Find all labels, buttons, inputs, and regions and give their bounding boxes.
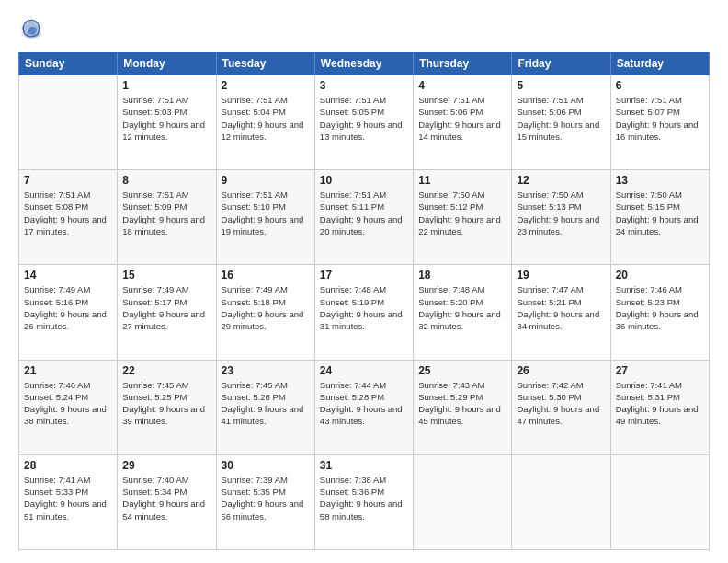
weekday-header-friday: Friday: [512, 52, 610, 75]
day-info: Sunrise: 7:47 AMSunset: 5:21 PMDaylight:…: [517, 283, 605, 332]
day-cell-11: 11Sunrise: 7:50 AMSunset: 5:12 PMDayligh…: [414, 170, 512, 265]
day-cell-7: 7Sunrise: 7:51 AMSunset: 5:08 PMDaylight…: [19, 170, 118, 265]
day-cell-13: 13Sunrise: 7:50 AMSunset: 5:15 PMDayligh…: [610, 170, 709, 265]
day-number: 21: [24, 364, 112, 377]
day-cell-6: 6Sunrise: 7:51 AMSunset: 5:07 PMDaylight…: [610, 75, 709, 170]
day-info: Sunrise: 7:50 AMSunset: 5:12 PMDaylight:…: [418, 189, 506, 237]
day-number: 22: [122, 364, 210, 377]
day-info: Sunrise: 7:50 AMSunset: 5:15 PMDaylight:…: [616, 189, 704, 237]
day-info: Sunrise: 7:41 AMSunset: 5:31 PMDaylight:…: [616, 379, 704, 428]
day-info: Sunrise: 7:38 AMSunset: 5:36 PMDaylight:…: [320, 474, 408, 523]
day-number: 11: [418, 174, 506, 187]
day-cell-16: 16Sunrise: 7:49 AMSunset: 5:18 PMDayligh…: [216, 265, 314, 360]
day-number: 7: [24, 174, 112, 187]
day-number: 23: [222, 364, 310, 377]
weekday-header-sunday: Sunday: [19, 52, 118, 75]
day-cell-22: 22Sunrise: 7:45 AMSunset: 5:25 PMDayligh…: [118, 360, 216, 454]
empty-cell: [414, 454, 512, 549]
day-number: 2: [222, 79, 310, 92]
week-row-1: 7Sunrise: 7:51 AMSunset: 5:08 PMDaylight…: [19, 170, 710, 265]
empty-cell: [512, 454, 610, 549]
day-info: Sunrise: 7:51 AMSunset: 5:10 PMDaylight:…: [222, 189, 310, 237]
day-cell-26: 26Sunrise: 7:42 AMSunset: 5:30 PMDayligh…: [512, 360, 610, 454]
day-cell-9: 9Sunrise: 7:51 AMSunset: 5:10 PMDaylight…: [216, 170, 314, 265]
day-cell-25: 25Sunrise: 7:43 AMSunset: 5:29 PMDayligh…: [414, 360, 512, 454]
empty-cell: [19, 75, 118, 170]
day-cell-10: 10Sunrise: 7:51 AMSunset: 5:11 PMDayligh…: [314, 170, 413, 265]
day-info: Sunrise: 7:48 AMSunset: 5:19 PMDaylight:…: [320, 283, 408, 332]
day-cell-29: 29Sunrise: 7:40 AMSunset: 5:34 PMDayligh…: [118, 454, 216, 549]
header: [18, 17, 710, 42]
day-cell-15: 15Sunrise: 7:49 AMSunset: 5:17 PMDayligh…: [118, 265, 216, 360]
day-info: Sunrise: 7:49 AMSunset: 5:16 PMDaylight:…: [24, 283, 112, 332]
day-number: 28: [24, 459, 112, 472]
day-info: Sunrise: 7:44 AMSunset: 5:28 PMDaylight:…: [320, 379, 408, 428]
day-number: 17: [320, 269, 408, 282]
day-cell-20: 20Sunrise: 7:46 AMSunset: 5:23 PMDayligh…: [610, 265, 709, 360]
week-row-3: 21Sunrise: 7:46 AMSunset: 5:24 PMDayligh…: [19, 360, 710, 454]
day-cell-2: 2Sunrise: 7:51 AMSunset: 5:04 PMDaylight…: [216, 75, 314, 170]
day-number: 8: [122, 174, 210, 187]
day-number: 14: [24, 269, 112, 282]
day-info: Sunrise: 7:51 AMSunset: 5:11 PMDaylight:…: [320, 189, 408, 237]
day-cell-1: 1Sunrise: 7:51 AMSunset: 5:03 PMDaylight…: [118, 75, 216, 170]
day-number: 12: [517, 174, 605, 187]
day-number: 27: [616, 364, 704, 377]
day-info: Sunrise: 7:45 AMSunset: 5:26 PMDaylight:…: [222, 379, 310, 428]
day-number: 16: [222, 269, 310, 282]
day-info: Sunrise: 7:41 AMSunset: 5:33 PMDaylight:…: [24, 474, 112, 523]
empty-cell: [610, 454, 709, 549]
day-number: 9: [222, 174, 310, 187]
day-info: Sunrise: 7:50 AMSunset: 5:13 PMDaylight:…: [517, 189, 605, 237]
day-number: 20: [616, 269, 704, 282]
day-info: Sunrise: 7:51 AMSunset: 5:04 PMDaylight:…: [222, 94, 310, 143]
day-number: 30: [222, 459, 310, 472]
day-number: 1: [122, 79, 210, 92]
day-info: Sunrise: 7:48 AMSunset: 5:20 PMDaylight:…: [418, 283, 506, 332]
day-info: Sunrise: 7:51 AMSunset: 5:03 PMDaylight:…: [122, 94, 210, 143]
day-cell-5: 5Sunrise: 7:51 AMSunset: 5:06 PMDaylight…: [512, 75, 610, 170]
day-info: Sunrise: 7:51 AMSunset: 5:09 PMDaylight:…: [122, 189, 210, 237]
day-info: Sunrise: 7:51 AMSunset: 5:07 PMDaylight:…: [616, 94, 704, 143]
day-number: 15: [122, 269, 210, 282]
day-number: 13: [616, 174, 704, 187]
day-number: 10: [320, 174, 408, 187]
day-number: 18: [418, 269, 506, 282]
day-info: Sunrise: 7:39 AMSunset: 5:35 PMDaylight:…: [222, 474, 310, 523]
day-cell-27: 27Sunrise: 7:41 AMSunset: 5:31 PMDayligh…: [610, 360, 709, 454]
week-row-4: 28Sunrise: 7:41 AMSunset: 5:33 PMDayligh…: [19, 454, 710, 549]
day-number: 4: [418, 79, 506, 92]
day-number: 5: [517, 79, 605, 92]
day-info: Sunrise: 7:45 AMSunset: 5:25 PMDaylight:…: [122, 379, 210, 428]
day-info: Sunrise: 7:43 AMSunset: 5:29 PMDaylight:…: [418, 379, 506, 428]
day-info: Sunrise: 7:51 AMSunset: 5:08 PMDaylight:…: [24, 189, 112, 237]
day-cell-4: 4Sunrise: 7:51 AMSunset: 5:06 PMDaylight…: [414, 75, 512, 170]
day-number: 3: [320, 79, 408, 92]
day-cell-31: 31Sunrise: 7:38 AMSunset: 5:36 PMDayligh…: [314, 454, 413, 549]
day-cell-19: 19Sunrise: 7:47 AMSunset: 5:21 PMDayligh…: [512, 265, 610, 360]
week-row-0: 1Sunrise: 7:51 AMSunset: 5:03 PMDaylight…: [19, 75, 710, 170]
day-number: 24: [320, 364, 408, 377]
calendar-table: SundayMondayTuesdayWednesdayThursdayFrid…: [18, 52, 710, 550]
weekday-header-tuesday: Tuesday: [216, 52, 314, 75]
day-cell-12: 12Sunrise: 7:50 AMSunset: 5:13 PMDayligh…: [512, 170, 610, 265]
day-cell-21: 21Sunrise: 7:46 AMSunset: 5:24 PMDayligh…: [19, 360, 118, 454]
day-info: Sunrise: 7:46 AMSunset: 5:24 PMDaylight:…: [24, 379, 112, 428]
day-cell-23: 23Sunrise: 7:45 AMSunset: 5:26 PMDayligh…: [216, 360, 314, 454]
weekday-header-saturday: Saturday: [610, 52, 709, 75]
logo-icon: [18, 17, 44, 42]
day-number: 19: [517, 269, 605, 282]
day-info: Sunrise: 7:51 AMSunset: 5:06 PMDaylight:…: [418, 94, 506, 143]
day-cell-30: 30Sunrise: 7:39 AMSunset: 5:35 PMDayligh…: [216, 454, 314, 549]
day-info: Sunrise: 7:49 AMSunset: 5:17 PMDaylight:…: [122, 283, 210, 332]
day-cell-17: 17Sunrise: 7:48 AMSunset: 5:19 PMDayligh…: [314, 265, 413, 360]
day-number: 25: [418, 364, 506, 377]
day-cell-14: 14Sunrise: 7:49 AMSunset: 5:16 PMDayligh…: [19, 265, 118, 360]
day-info: Sunrise: 7:42 AMSunset: 5:30 PMDaylight:…: [517, 379, 605, 428]
day-info: Sunrise: 7:46 AMSunset: 5:23 PMDaylight:…: [616, 283, 704, 332]
day-cell-28: 28Sunrise: 7:41 AMSunset: 5:33 PMDayligh…: [19, 454, 118, 549]
day-cell-24: 24Sunrise: 7:44 AMSunset: 5:28 PMDayligh…: [314, 360, 413, 454]
day-cell-8: 8Sunrise: 7:51 AMSunset: 5:09 PMDaylight…: [118, 170, 216, 265]
day-number: 26: [517, 364, 605, 377]
page: SundayMondayTuesdayWednesdayThursdayFrid…: [0, 0, 728, 563]
